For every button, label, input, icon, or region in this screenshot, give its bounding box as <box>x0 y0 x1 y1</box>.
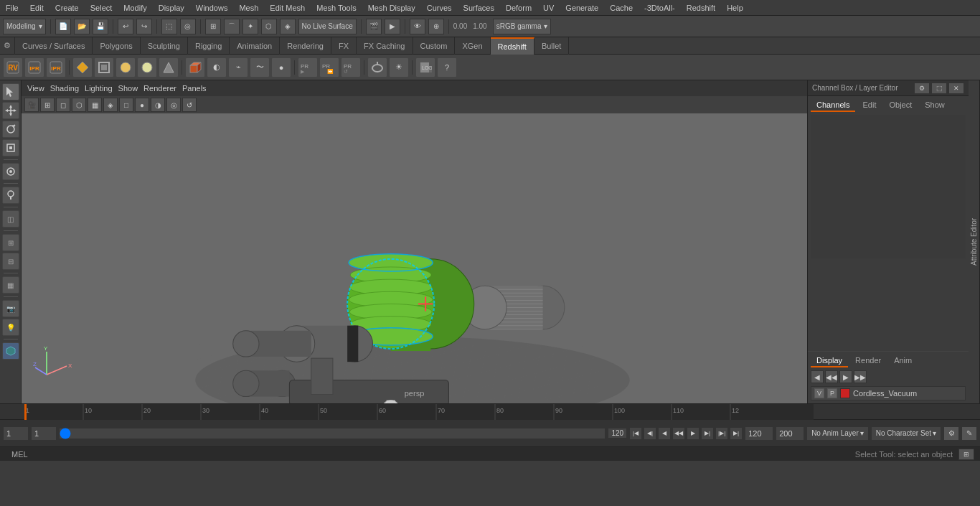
pb-next-btn[interactable]: ▶| <box>701 427 714 440</box>
cb-tab-channels[interactable]: Channels <box>811 99 855 112</box>
rs-mountain-btn[interactable] <box>159 57 179 78</box>
workspace-dropdown[interactable]: Modeling ▾ <box>3 19 46 34</box>
no-anim-layer-btn[interactable]: No Anim Layer ▾ <box>806 426 869 441</box>
snap-point-btn[interactable]: ✦ <box>242 19 258 34</box>
vp-panels[interactable]: Panels <box>182 84 207 93</box>
isolate-btn[interactable]: ⊕ <box>428 19 444 34</box>
snap-to-btn[interactable]: ⊞ <box>2 234 19 251</box>
layer-visibility-btn[interactable]: V <box>814 388 824 398</box>
rs-sphere2-btn[interactable] <box>137 57 157 78</box>
new-file-btn[interactable]: 📄 <box>55 19 71 34</box>
snap-view-btn[interactable]: ⬡ <box>261 19 277 34</box>
rs-light-btn[interactable]: ◐ <box>207 57 227 78</box>
menu-surfaces[interactable]: Surfaces <box>461 4 497 12</box>
vp-shade-btn[interactable]: ◈ <box>103 98 118 112</box>
tab-curves-surfaces[interactable]: Curves / Surfaces <box>15 37 93 55</box>
char-settings-btn[interactable]: ⚙ <box>943 426 959 441</box>
pb-step-fwd-btn[interactable]: |▶| <box>715 427 728 440</box>
anim-end-input[interactable]: 120 <box>745 426 773 441</box>
ipr-btn[interactable]: ▶ <box>385 19 400 34</box>
rs-cube-btn[interactable] <box>185 57 205 78</box>
menu-deform[interactable]: Deform <box>503 4 534 12</box>
menu-mesh-tools[interactable]: Mesh Tools <box>314 4 359 12</box>
rs-circle-btn[interactable]: ● <box>271 57 291 78</box>
tab-custom[interactable]: Custom <box>413 37 456 55</box>
menu-mesh-display[interactable]: Mesh Display <box>365 4 418 12</box>
rs-pr3-btn[interactable]: PR↺ <box>341 57 361 78</box>
menu-mesh[interactable]: Mesh <box>236 4 261 12</box>
mel-section[interactable]: MEL <box>6 448 34 461</box>
layer-next2-btn[interactable]: ▶▶ <box>854 370 867 383</box>
vp-light-btn[interactable]: ● <box>135 98 149 112</box>
cb-tab-object[interactable]: Object <box>883 99 918 112</box>
menu-curves[interactable]: Curves <box>424 4 455 12</box>
pb-step-back-btn[interactable]: ◀| <box>644 427 656 440</box>
rs-bowl-btn[interactable] <box>367 57 387 78</box>
rs-sun-btn[interactable]: ☀ <box>389 57 409 78</box>
camera-btn[interactable]: 📷 <box>2 300 19 317</box>
move-tool-btn[interactable] <box>2 102 19 119</box>
undo-btn[interactable]: ↩ <box>118 19 133 34</box>
scale-tool-btn[interactable] <box>2 139 19 156</box>
menu-redshift[interactable]: Redshift <box>684 4 718 12</box>
tab-sculpting[interactable]: Sculpting <box>141 37 188 55</box>
menu-modify[interactable]: Modify <box>121 4 149 12</box>
vp-grid-btn[interactable]: ⊞ <box>40 98 55 112</box>
menu-cache[interactable]: Cache <box>607 4 636 12</box>
vp-xray-btn[interactable]: ◎ <box>166 98 181 112</box>
menu-windows[interactable]: Windows <box>193 4 231 12</box>
gamma-dropdown[interactable]: sRGB gamma ▾ <box>493 19 552 34</box>
vp-lighting[interactable]: Lighting <box>85 84 113 93</box>
tab-bullet[interactable]: Bullet <box>534 37 570 55</box>
menu-3dto[interactable]: -3DtoAll- <box>641 4 678 12</box>
layers-tab-render[interactable]: Render <box>849 355 887 367</box>
rs-render-btn[interactable]: RV <box>3 57 23 78</box>
cb-tab-edit[interactable]: Edit <box>857 99 882 112</box>
rs-diamond-btn[interactable] <box>72 57 93 78</box>
snap-curve-btn[interactable]: ⌒ <box>224 19 240 34</box>
pb-start-btn[interactable]: |◀ <box>629 427 642 440</box>
rs-box-btn[interactable] <box>94 57 114 78</box>
open-file-btn[interactable]: 📂 <box>74 19 90 34</box>
layer-playback-btn[interactable]: P <box>827 388 837 398</box>
no-char-set-btn[interactable]: No Character Set ▾ <box>871 426 941 441</box>
pb-play-back-btn[interactable]: ◀◀ <box>672 427 685 440</box>
show-manip-btn[interactable]: ◫ <box>2 210 19 228</box>
anim-max-input[interactable]: 200 <box>776 426 804 441</box>
rp-settings-btn[interactable]: ⚙ <box>914 83 930 94</box>
vp-renderer[interactable]: Renderer <box>143 84 176 93</box>
vp-poly-btn[interactable]: ◻ <box>56 98 70 112</box>
vp-show[interactable]: Show <box>118 84 138 93</box>
select-tool-btn[interactable] <box>2 83 19 100</box>
maya-btn[interactable] <box>2 342 19 360</box>
menu-generate[interactable]: Generate <box>562 4 601 12</box>
tab-xgen[interactable]: XGen <box>455 37 490 55</box>
rp-float-btn[interactable]: ⬚ <box>931 83 947 94</box>
light-btn[interactable]: 💡 <box>2 319 19 336</box>
rs-wave-btn[interactable]: 〜 <box>250 57 270 78</box>
layer-prev1-btn[interactable]: ◀ <box>811 370 824 383</box>
paint-btn[interactable] <box>2 187 19 204</box>
tab-fx[interactable]: FX <box>331 37 357 55</box>
pb-end-btn[interactable]: ▶| <box>730 427 743 440</box>
no-live-surface-btn[interactable]: No Live Surface <box>298 19 357 34</box>
poly-select-btn[interactable] <box>2 163 19 180</box>
rs-ipr2-btn[interactable]: IPR <box>46 57 66 78</box>
vp-tex-btn[interactable]: □ <box>119 98 133 112</box>
layers-tab-display[interactable]: Display <box>811 355 848 367</box>
menu-edit-mesh[interactable]: Edit Mesh <box>267 4 308 12</box>
tab-polygons[interactable]: Polygons <box>93 37 140 55</box>
layer-prev2-btn[interactable]: ◀◀ <box>825 370 838 383</box>
redo-btn[interactable]: ↪ <box>136 19 152 34</box>
rs-pr1-btn[interactable]: PR▶ <box>298 57 318 78</box>
rs-note-btn[interactable]: LOG <box>415 57 435 78</box>
menu-help[interactable]: Help <box>724 4 746 12</box>
pb-play-btn[interactable]: ▶ <box>687 427 699 440</box>
attribute-editor-tab[interactable]: Attribute Editor <box>969 80 980 403</box>
rp-close-btn[interactable]: ✕ <box>948 83 964 94</box>
tab-fx-caching[interactable]: FX Caching <box>357 37 413 55</box>
menu-file[interactable]: File <box>3 4 22 12</box>
save-file-btn[interactable]: 💾 <box>93 19 108 34</box>
rs-help-btn[interactable]: ? <box>437 57 457 78</box>
render-region-btn[interactable]: ▦ <box>2 276 19 294</box>
